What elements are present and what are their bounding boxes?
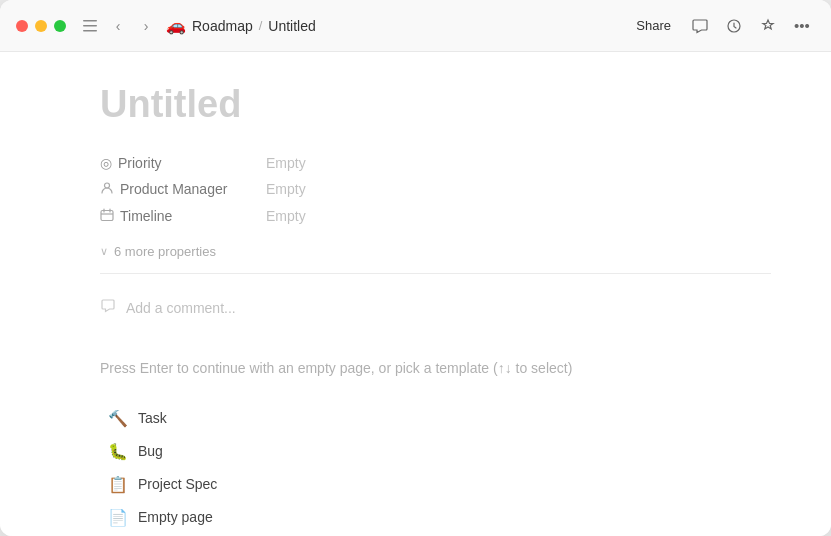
star-button[interactable] [755,13,781,39]
product-manager-label: Product Manager [100,181,250,198]
divider [100,273,771,274]
priority-value: Empty [266,155,306,171]
timeline-label-text: Timeline [120,208,172,224]
more-button[interactable]: ••• [789,13,815,39]
nav-buttons: ‹ › [106,14,158,38]
template-empty-page-label: Empty page [138,509,213,525]
project-spec-icon: 📋 [108,475,128,494]
more-properties-toggle[interactable]: ∨ 6 more properties [100,238,771,265]
minimize-button[interactable] [35,20,47,32]
main-content: Untitled ◎ Priority Empty Pr [0,52,831,536]
empty-page-icon: 📄 [108,508,128,527]
comment-placeholder[interactable]: Add a comment... [126,300,236,316]
svg-point-4 [105,183,110,188]
svg-rect-0 [83,20,97,22]
back-button[interactable]: ‹ [106,14,130,38]
person-icon [100,181,114,198]
svg-rect-5 [101,210,113,220]
breadcrumb-current: Untitled [268,18,315,34]
close-button[interactable] [16,20,28,32]
page-title[interactable]: Untitled [100,84,771,126]
priority-label: ◎ Priority [100,155,250,171]
comment-button[interactable] [687,13,713,39]
timeline-property[interactable]: Timeline Empty [100,203,771,230]
hint-text: Press Enter to continue with an empty pa… [100,358,771,379]
template-bug-label: Bug [138,443,163,459]
properties-section: ◎ Priority Empty Product Manager Empty [100,150,771,230]
template-task[interactable]: 🔨 Task [100,403,771,434]
chevron-down-icon: ∨ [100,245,108,258]
priority-property[interactable]: ◎ Priority Empty [100,150,771,176]
product-manager-label-text: Product Manager [120,181,227,197]
priority-label-text: Priority [118,155,162,171]
task-icon: 🔨 [108,409,128,428]
template-empty-page[interactable]: 📄 Empty page [100,502,771,533]
breadcrumb: 🚗 Roadmap / Untitled [166,16,316,35]
template-task-label: Task [138,410,167,426]
maximize-button[interactable] [54,20,66,32]
roadmap-icon: 🚗 [166,16,186,35]
template-project-spec-label: Project Spec [138,476,217,492]
template-list: 🔨 Task 🐛 Bug 📋 Project Spec 📄 Empty page… [100,403,771,536]
forward-button[interactable]: › [134,14,158,38]
more-properties-label: 6 more properties [114,244,216,259]
svg-rect-2 [83,30,97,32]
comment-icon [100,298,116,318]
timeline-value: Empty [266,208,306,224]
comment-area[interactable]: Add a comment... [100,290,771,326]
template-project-spec[interactable]: 📋 Project Spec [100,469,771,500]
product-manager-property[interactable]: Product Manager Empty [100,176,771,203]
history-button[interactable] [721,13,747,39]
share-button[interactable]: Share [628,14,679,37]
breadcrumb-separator: / [259,18,263,33]
timeline-label: Timeline [100,208,250,225]
product-manager-value: Empty [266,181,306,197]
titlebar-actions: Share ••• [628,13,815,39]
template-bug[interactable]: 🐛 Bug [100,436,771,467]
calendar-icon [100,208,114,225]
priority-icon: ◎ [100,155,112,171]
app-window: ‹ › 🚗 Roadmap / Untitled Share [0,0,831,536]
svg-rect-1 [83,25,97,27]
sidebar-toggle-button[interactable] [78,14,102,38]
traffic-lights [16,20,66,32]
bug-icon: 🐛 [108,442,128,461]
breadcrumb-section[interactable]: Roadmap [192,18,253,34]
titlebar: ‹ › 🚗 Roadmap / Untitled Share [0,0,831,52]
